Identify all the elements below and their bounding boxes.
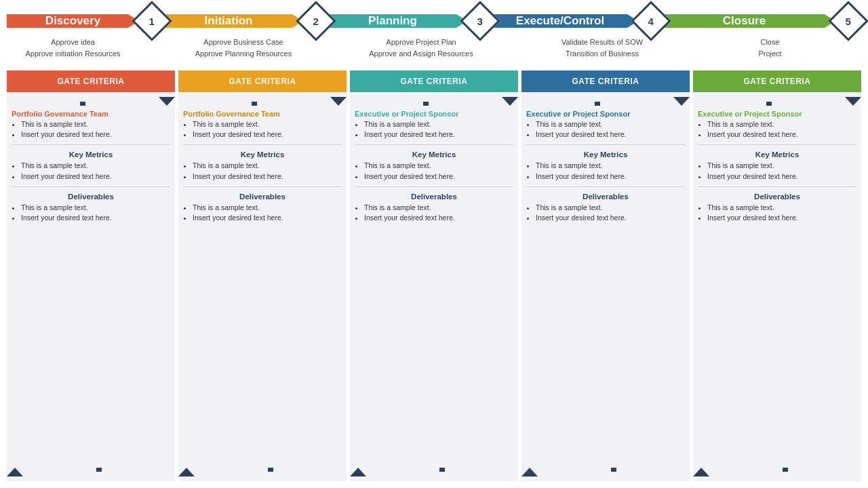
key-metrics-title-2: Key Metrics <box>183 147 342 161</box>
phase-5: Closure <box>653 14 835 28</box>
arrow-up-1 <box>7 468 23 476</box>
subtext-2-line1: Approve Business Case <box>203 38 283 46</box>
phase-4: Execute/Control <box>482 14 638 28</box>
subtext-1: Approve idea Approve initiation Resource… <box>7 37 139 59</box>
phase-3: Planning <box>318 14 467 28</box>
subtext-4-line1: Validate Results of SOW <box>561 38 643 46</box>
column-1: GATE CRITERIA Portfolio Governance Team … <box>7 70 175 481</box>
team-label-1: Portfolio Governance Team <box>12 108 170 119</box>
team-label-2: Portfolio Governance Team <box>183 108 342 119</box>
col-body-2: Portfolio Governance Team This is a samp… <box>178 106 347 468</box>
arrow-down-2 <box>330 97 347 106</box>
deliverable-3-1: This is a sample text. <box>364 203 431 211</box>
deliverable-2-1: This is a sample text. <box>193 203 260 211</box>
subtext-1-line2: Approve initiation Resources <box>25 49 120 58</box>
column-5: GATE CRITERIA Executive or Project Spons… <box>693 70 861 481</box>
gate-5-number: 5 <box>846 16 851 27</box>
deliverables-bullets-3: This is a sample text. Insert your desir… <box>355 203 513 223</box>
gate-bullets-5: This is a sample text. Insert your desir… <box>698 119 856 140</box>
metric-4-2: Insert your desired text here. <box>536 172 627 180</box>
gate-criteria-header-1: GATE CRITERIA <box>7 70 175 92</box>
metric-2-1: This is a sample text. <box>193 161 260 169</box>
columns-container: GATE CRITERIA Portfolio Governance Team … <box>7 70 861 481</box>
col-body-4: Executive or Project Sponsor This is a s… <box>521 106 690 468</box>
deliverables-bullets-4: This is a sample text. Insert your desir… <box>526 203 685 223</box>
gate-1-number: 1 <box>149 16 155 27</box>
bullet-4-2: Insert your desired text here. <box>536 130 627 138</box>
bullet-5-1: This is a sample text. <box>707 120 774 128</box>
deliverable-5-2: Insert your desired text here. <box>707 214 798 222</box>
subtext-5: Close Project <box>709 37 831 59</box>
subtext-4-line2: Transition of Business <box>566 49 639 58</box>
arrow-up-4 <box>521 468 538 476</box>
deliverables-title-1: Deliverables <box>12 189 170 203</box>
divider-2a <box>183 144 342 145</box>
col-body-5: Executive or Project Sponsor This is a s… <box>693 106 861 468</box>
key-metrics-title-1: Key Metrics <box>12 147 170 161</box>
metric-3-2: Insert your desired text here. <box>364 172 455 180</box>
arrow-up-2 <box>178 468 195 476</box>
gate-criteria-header-4: GATE CRITERIA <box>521 70 690 92</box>
arrow-bottom-2 <box>178 468 347 481</box>
divider-5b <box>698 186 856 187</box>
gate-criteria-header-5: GATE CRITERIA <box>693 70 861 92</box>
vert-line-bottom-3 <box>439 468 445 472</box>
arrow-bottom-4 <box>521 468 690 481</box>
gate-2-number: 2 <box>313 16 319 27</box>
gate-criteria-label-1: GATE CRITERIA <box>58 77 125 86</box>
deliverable-4-2: Insert your desired text here. <box>536 214 627 222</box>
key-metrics-title-4: Key Metrics <box>526 147 685 161</box>
divider-1b <box>12 186 170 187</box>
subtext-4: Validate Results of SOW Transition of Bu… <box>524 37 680 59</box>
bullet-4-1: This is a sample text. <box>536 120 603 128</box>
gate-criteria-label-4: GATE CRITERIA <box>572 77 639 86</box>
gate-bullets-2: This is a sample text. Insert your desir… <box>183 119 342 140</box>
arrow-bottom-5 <box>693 468 861 481</box>
phase-2-label: Initiation <box>205 14 253 28</box>
deliverable-4-1: This is a sample text. <box>536 203 603 211</box>
phase-5-label: Closure <box>723 14 766 28</box>
gate-criteria-label-3: GATE CRITERIA <box>401 77 468 86</box>
subtext-2-line2: Approve Planning Resources <box>195 49 292 58</box>
vert-line-bottom-1 <box>96 468 102 472</box>
divider-5a <box>698 144 856 145</box>
column-4: GATE CRITERIA Executive or Project Spons… <box>521 70 690 481</box>
deliverables-bullets-5: This is a sample text. Insert your desir… <box>698 203 856 223</box>
vert-line-bottom-4 <box>611 468 616 472</box>
phase-3-label: Planning <box>368 14 417 28</box>
metric-5-1: This is a sample text. <box>707 161 774 169</box>
divider-4a <box>526 144 685 145</box>
metrics-bullets-2: This is a sample text. Insert your desir… <box>183 161 342 181</box>
deliverables-title-3: Deliverables <box>355 189 513 203</box>
gate-criteria-header-3: GATE CRITERIA <box>350 70 518 92</box>
page-wrapper: Discovery 1 Initiation 2 Planning 3 <box>0 0 868 488</box>
key-metrics-title-3: Key Metrics <box>355 147 513 161</box>
column-3: GATE CRITERIA Executive or Project Spons… <box>350 70 518 481</box>
metric-1-1: This is a sample text. <box>21 161 88 169</box>
divider-2b <box>183 186 342 187</box>
arrow-up-5 <box>693 468 709 476</box>
bullet-5-2: Insert your desired text here. <box>707 130 798 138</box>
gate-bullets-4: This is a sample text. Insert your desir… <box>526 119 685 140</box>
deliverables-bullets-1: This is a sample text. Insert your desir… <box>12 203 170 223</box>
metric-5-2: Insert your desired text here. <box>707 172 798 180</box>
arrow-down-4 <box>673 97 690 106</box>
col-body-3: Executive or Project Sponsor This is a s… <box>350 106 518 468</box>
metrics-bullets-5: This is a sample text. Insert your desir… <box>698 161 856 181</box>
gate-bullets-3: This is a sample text. Insert your desir… <box>355 119 513 140</box>
gate-criteria-label-5: GATE CRITERIA <box>744 77 811 86</box>
bullet-2-1: This is a sample text. <box>193 120 260 128</box>
phase-1: Discovery <box>7 14 139 28</box>
arrow-down-3 <box>502 97 518 106</box>
metric-3-1: This is a sample text. <box>364 161 431 169</box>
bullet-1-1: This is a sample text. <box>21 120 88 128</box>
top-combined: Discovery 1 Initiation 2 Planning 3 <box>7 7 861 70</box>
arrow-down-1 <box>159 97 175 106</box>
gate-criteria-label-2: GATE CRITERIA <box>229 77 296 86</box>
subtext-3-line2: Approve and Assign Resources <box>369 49 473 58</box>
deliverables-title-5: Deliverables <box>698 189 856 203</box>
gate-subtext-row: Approve idea Approve initiation Resource… <box>7 35 861 68</box>
deliverable-2-2: Insert your desired text here. <box>193 214 283 222</box>
metrics-bullets-1: This is a sample text. Insert your desir… <box>12 161 170 181</box>
gate-4-number: 4 <box>648 16 654 27</box>
